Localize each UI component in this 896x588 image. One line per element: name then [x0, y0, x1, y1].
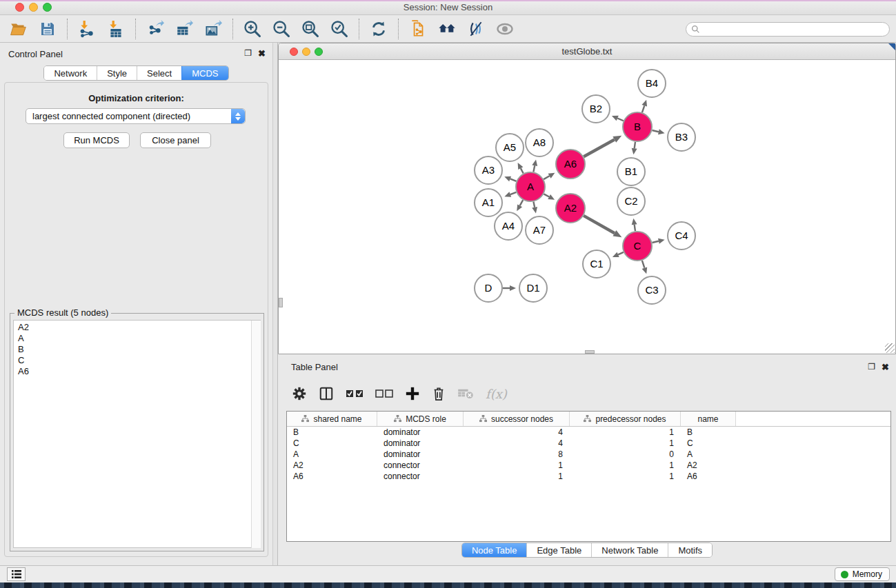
horizontal-scroll-thumb[interactable] [585, 350, 595, 354]
column-header-predecessor-nodes[interactable]: predecessor nodes [570, 412, 681, 426]
search-field[interactable] [686, 22, 890, 37]
first-neighbors-icon[interactable] [435, 17, 459, 41]
column-header-name[interactable]: name [681, 412, 736, 426]
node-label-A6: A6 [564, 158, 577, 170]
export-network-icon[interactable] [143, 17, 167, 41]
column-label: MCDS role [406, 414, 446, 424]
table-header-row: shared nameMCDS rolesuccessor nodesprede… [287, 412, 890, 427]
edge-C-C4 [652, 241, 658, 243]
node-label-B2: B2 [590, 103, 602, 114]
network-canvas[interactable]: B4B2BB3A8A5A6A3B1AA1C2A2A4A7C4CC1DD1C3 [279, 60, 895, 354]
tab-select[interactable]: Select [137, 66, 181, 80]
refresh-network-icon[interactable] [367, 17, 390, 41]
network-window-titlebar: testGlobe.txt [279, 43, 895, 60]
table-tab-edge-table[interactable]: Edge Table [526, 543, 591, 557]
table-options-gear-icon[interactable] [292, 386, 307, 401]
show-columns-icon[interactable] [319, 386, 334, 401]
column-header-MCDS-role[interactable]: MCDS role [377, 412, 464, 426]
node-table[interactable]: shared nameMCDS rolesuccessor nodesprede… [286, 411, 891, 542]
resize-grip[interactable] [885, 343, 895, 353]
table-tab-motifs[interactable]: Motifs [668, 543, 712, 557]
result-item[interactable]: A2 [18, 322, 260, 333]
arrowhead-B-B1 [632, 148, 637, 154]
shared-column-icon [584, 415, 591, 423]
zoom-out-icon[interactable] [270, 17, 293, 41]
table-tab-network-table[interactable]: Network Table [591, 543, 668, 557]
toolbar-separator [232, 19, 233, 39]
mcds-result-list[interactable]: A2ABCA6 [13, 320, 261, 548]
toolbar-separator [398, 19, 399, 39]
cell-name: A2 [681, 460, 736, 471]
close-panel-icon[interactable]: ✖ [258, 48, 266, 59]
close-panel-button[interactable]: Close panel [140, 132, 211, 148]
tab-network[interactable]: Network [44, 66, 97, 80]
node-label-A3: A3 [482, 164, 495, 176]
cell-shared-name: C [287, 438, 377, 449]
result-item[interactable]: C [18, 355, 260, 366]
toolbar-separator [67, 19, 68, 39]
save-session-icon[interactable] [36, 17, 59, 41]
open-session-icon[interactable] [7, 17, 30, 41]
column-header-successor-nodes[interactable]: successor nodes [464, 412, 570, 426]
control-panel: Control Panel ❐ ✖ NetworkStyleSelectMCDS… [0, 43, 272, 565]
edge-C-C2 [635, 225, 635, 232]
node-label-C2: C2 [624, 195, 637, 207]
column-header-shared-name[interactable]: shared name [287, 412, 377, 426]
table-tabs: Node TableEdge TableNetwork TableMotifs [278, 543, 896, 558]
cell-successor-nodes: 1 [464, 460, 570, 471]
result-item[interactable]: A6 [18, 366, 260, 377]
table-toolbar: f(x) [292, 381, 507, 407]
table-row[interactable]: Adominator80A [287, 449, 890, 460]
status-bar: Memory [0, 565, 896, 582]
import-table-icon[interactable] [104, 17, 128, 41]
memory-button[interactable]: Memory [835, 567, 890, 581]
delete-column-trash-icon[interactable] [432, 386, 446, 401]
shared-column-icon [394, 415, 401, 423]
result-list-scrollbar[interactable] [251, 321, 261, 548]
table-panel: Table Panel ❐ ✖ [278, 357, 896, 565]
node-label-A7: A7 [533, 224, 546, 236]
tab-mcds[interactable]: MCDS [181, 66, 228, 80]
dropdown-stepper-icon [231, 109, 245, 123]
import-network-icon[interactable] [75, 17, 99, 41]
vertical-scroll-thumb[interactable] [279, 298, 283, 307]
tab-style[interactable]: Style [97, 66, 137, 80]
delete-table-icon [457, 387, 474, 400]
result-item[interactable]: B [18, 344, 260, 355]
float-panel-icon[interactable]: ❐ [244, 48, 252, 59]
search-input[interactable] [703, 25, 875, 34]
function-builder-icon: f(x) [486, 387, 507, 401]
criterion-dropdown[interactable]: largest connected component (directed) [26, 108, 246, 124]
task-history-button[interactable] [7, 567, 26, 581]
result-item[interactable]: A [18, 333, 260, 344]
edge-B-B1 [635, 142, 635, 149]
panel-splitter[interactable] [272, 43, 278, 565]
zoom-fit-icon[interactable] [299, 17, 322, 41]
add-column-icon[interactable] [405, 386, 420, 401]
zoom-in-icon[interactable] [241, 17, 264, 41]
edge-A-A6 [544, 176, 549, 179]
float-table-panel-icon[interactable]: ❐ [868, 362, 875, 372]
cell-predecessor-nodes: 1 [570, 438, 681, 449]
deselect-all-checkboxes-icon[interactable] [375, 389, 393, 398]
close-table-panel-icon[interactable]: ✖ [882, 362, 889, 372]
table-row[interactable]: Cdominator41C [287, 438, 890, 449]
show-hide-eye-icon [493, 17, 517, 41]
mcds-result-title: MCDS result (5 nodes) [14, 307, 111, 318]
network-window-title: testGlobe.txt [279, 46, 895, 57]
table-tab-node-table[interactable]: Node Table [462, 543, 527, 557]
arrowhead-A-A3 [504, 176, 511, 181]
export-table-icon[interactable] [172, 17, 196, 41]
toggle-graphics-details-icon[interactable] [464, 17, 488, 41]
export-image-icon[interactable] [201, 17, 225, 41]
new-network-from-selection-icon[interactable] [406, 17, 430, 41]
table-row[interactable]: Bdominator41B [287, 427, 890, 438]
zoom-selected-icon[interactable] [328, 17, 351, 41]
window-corner-icon[interactable] [888, 43, 895, 50]
table-row[interactable]: A6connector11A6 [287, 471, 890, 482]
select-all-checkboxes-icon[interactable] [346, 389, 364, 398]
main-toolbar [0, 16, 896, 43]
table-row[interactable]: A2connector11A2 [287, 460, 890, 471]
criterion-dropdown-value: largest connected component (directed) [32, 111, 190, 121]
run-mcds-button[interactable]: Run MCDS [63, 132, 130, 148]
